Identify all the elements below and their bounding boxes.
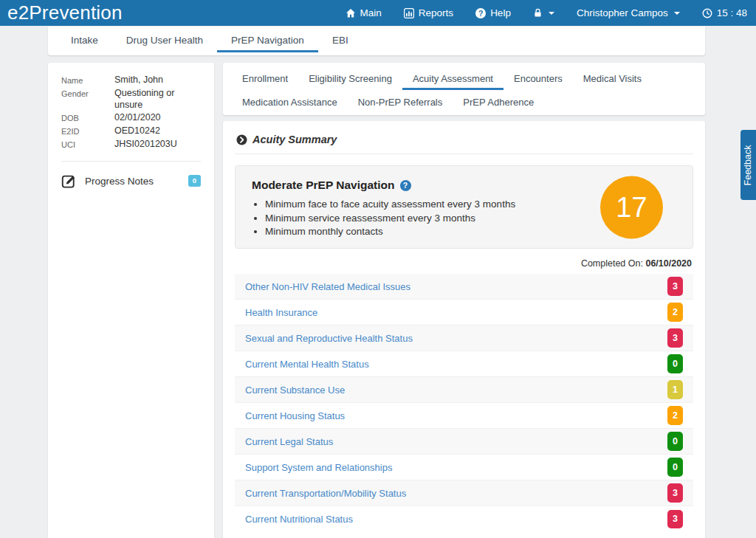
tab-enrollment[interactable]: Enrollment [232, 66, 298, 90]
acuity-domain-link[interactable]: Other Non-HIV Related Medical Issues [245, 281, 410, 292]
tab-prep-navigation[interactable]: PrEP Navigation [217, 27, 318, 52]
home-icon [346, 8, 356, 18]
progress-notes-label: Progress Notes [85, 176, 154, 187]
lock-icon [533, 8, 543, 18]
acuity-level-title: Moderate PrEP Navigation [252, 179, 395, 192]
acuity-domain-link[interactable]: Current Nutritional Status [245, 514, 353, 525]
module-tabs: Intake Drug User Health PrEP Navigation … [48, 27, 705, 55]
list-item: Current Housing Status 2 [235, 403, 693, 429]
nav-help-label: Help [490, 7, 511, 18]
list-item: Current Substance Use 1 [235, 377, 693, 403]
bar-chart-icon [404, 8, 414, 18]
list-item: Current Mental Health Status 0 [235, 351, 693, 377]
field-label: UCI [61, 138, 114, 151]
app-logo[interactable]: e2Prevention [7, 0, 123, 26]
feedback-tab[interactable]: Feedback [740, 130, 756, 200]
acuity-domain-link[interactable]: Current Legal Status [245, 436, 333, 447]
patient-field-gender: Gender Questioning or unsure [61, 87, 201, 111]
section-tabs-row2: Medication Assistance Non-PrEP Referrals… [232, 90, 696, 114]
tab-intake[interactable]: Intake [57, 27, 112, 52]
session-timer: 15 : 48 [702, 7, 747, 18]
score-badge: 3 [667, 510, 683, 528]
section-tabs: Enrollment Eligibility Screening Acuity … [223, 63, 705, 115]
nav-reports-label: Reports [419, 7, 453, 18]
field-label: DOB [61, 111, 114, 124]
patient-field-uci: UCI JHSI0201203U [61, 138, 201, 151]
score-badge: 0 [667, 354, 683, 373]
patient-panel: Name Smith, John Gender Questioning or u… [48, 63, 214, 538]
acuity-level-box: Moderate PrEP Navigation ? Minimum face … [235, 165, 693, 249]
score-badge: 3 [667, 277, 683, 295]
list-item: Support System and Relationships 0 [235, 455, 693, 480]
list-item: Current Transportation/Mobility Status 3 [235, 480, 693, 506]
acuity-domain-link[interactable]: Health Insurance [245, 307, 317, 318]
nav-reports[interactable]: Reports [404, 7, 453, 18]
score-badge: 3 [667, 328, 683, 347]
acuity-domain-list: Other Non-HIV Related Medical Issues 3 H… [235, 274, 693, 532]
completed-on-line: Completed On: 06/10/2020 [236, 258, 692, 269]
patient-field-name: Name Smith, John [61, 74, 201, 86]
nav-lock-menu[interactable] [533, 8, 554, 18]
feedback-label: Feedback [743, 145, 754, 185]
nav-main[interactable]: Main [346, 7, 382, 18]
main-content: Enrollment Eligibility Screening Acuity … [223, 63, 705, 538]
nav-main-label: Main [360, 7, 382, 18]
top-navbar: e2Prevention Main Reports ? Help Christo… [0, 0, 756, 26]
acuity-domain-link[interactable]: Current Transportation/Mobility Status [245, 488, 406, 499]
list-item: Current Legal Status 0 [235, 429, 693, 455]
score-badge: 1 [667, 380, 683, 399]
tab-eligibility-screening[interactable]: Eligibility Screening [298, 66, 402, 90]
section-tabs-row1: Enrollment Eligibility Screening Acuity … [232, 66, 696, 90]
list-item: Current Nutritional Status 3 [235, 506, 693, 532]
patient-field-e2id: E2ID OED10242 [61, 125, 201, 137]
acuity-domain-link[interactable]: Current Housing Status [245, 410, 345, 421]
clock-icon [702, 8, 712, 18]
arrow-circle-right-icon [236, 134, 247, 145]
field-value: 02/01/2020 [114, 111, 161, 124]
acuity-domain-link[interactable]: Current Substance Use [245, 384, 345, 396]
caret-down-icon [674, 12, 680, 15]
nav-user-label: Christopher Campos [577, 7, 668, 18]
acuity-domain-link[interactable]: Current Mental Health Status [245, 359, 369, 370]
nav-user-menu[interactable]: Christopher Campos [577, 7, 680, 18]
tab-encounters[interactable]: Encounters [504, 66, 573, 90]
field-label: E2ID [61, 125, 114, 137]
tab-acuity-assessment[interactable]: Acuity Assessment [402, 66, 504, 90]
field-value: OED10242 [114, 125, 160, 137]
help-icon: ? [475, 8, 486, 18]
completed-on-date: 06/10/2020 [645, 258, 692, 269]
pencil-square-icon [61, 173, 78, 189]
score-badge: 0 [667, 432, 683, 450]
acuity-total-score: 17 [600, 176, 663, 238]
score-badge: 3 [667, 483, 683, 502]
tab-medication-assistance[interactable]: Medication Assistance [232, 90, 348, 114]
score-badge: 2 [667, 303, 683, 321]
field-value: JHSI0201203U [114, 138, 177, 151]
field-label: Name [61, 74, 114, 86]
nav-help[interactable]: ? Help [475, 7, 511, 18]
patient-field-dob: DOB 02/01/2020 [61, 111, 201, 124]
score-badge: 2 [667, 406, 683, 424]
acuity-domain-link[interactable]: Sexual and Reproductive Health Status [245, 333, 413, 344]
tab-drug-user-health[interactable]: Drug User Health [112, 27, 217, 52]
field-value: Smith, John [114, 74, 163, 86]
tab-ebi[interactable]: EBI [318, 27, 362, 52]
session-time-label: 15 : 48 [717, 7, 747, 18]
acuity-summary-header: Acuity Summary [235, 132, 693, 154]
tab-medical-visits[interactable]: Medical Visits [573, 66, 652, 90]
list-item: Other Non-HIV Related Medical Issues 3 [235, 274, 693, 300]
section-title: Acuity Summary [252, 134, 337, 145]
acuity-assessment-panel: Acuity Summary Moderate PrEP Navigation … [223, 121, 705, 538]
progress-notes-link[interactable]: Progress Notes 0 [61, 173, 201, 189]
help-circle-icon[interactable]: ? [400, 180, 411, 191]
list-item: Health Insurance 2 [235, 300, 693, 325]
list-item: Sexual and Reproductive Health Status 3 [235, 325, 693, 351]
acuity-domain-link[interactable]: Support System and Relationships [245, 462, 392, 473]
completed-on-label: Completed On: [581, 258, 643, 269]
progress-notes-count-badge: 0 [188, 175, 201, 187]
divider [61, 161, 201, 162]
field-label: Gender [61, 87, 114, 111]
tab-prep-adherence[interactable]: PrEP Adherence [453, 90, 544, 114]
caret-down-icon [549, 12, 554, 15]
tab-non-prep-referrals[interactable]: Non-PrEP Referrals [348, 90, 453, 114]
